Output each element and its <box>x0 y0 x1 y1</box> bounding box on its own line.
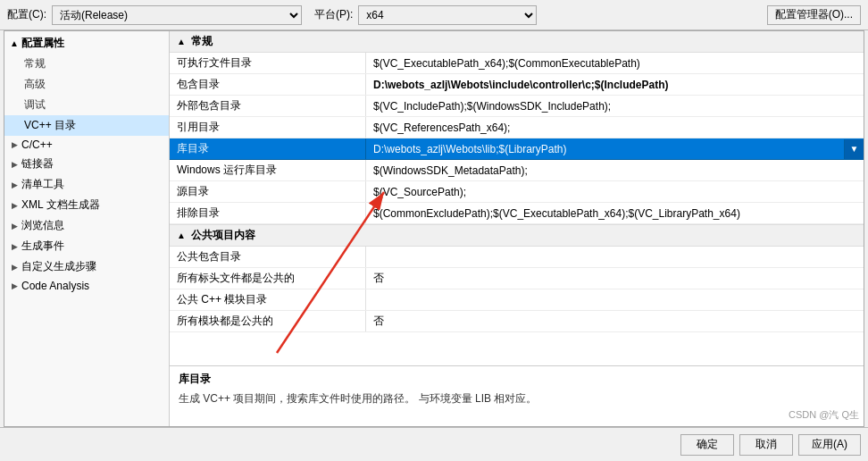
section-general-header[interactable]: ▲ 常规 <box>170 31 864 53</box>
prop-name-public-module: 公共 C++ 模块目录 <box>170 289 366 310</box>
sidebar-item-general[interactable]: 常规 <box>4 54 169 74</box>
prop-value-public-module <box>366 298 864 303</box>
prop-value-public-include <box>366 255 864 260</box>
row-ref-dir: 引用目录 $(VC_ReferencesPath_x64); <box>170 117 864 138</box>
sidebar-item-browse[interactable]: ▶浏览信息 <box>4 215 169 236</box>
prop-name-lib: 库目录 <box>170 138 366 159</box>
prop-name-src: 源目录 <box>170 181 366 202</box>
ok-button[interactable]: 确定 <box>680 434 734 456</box>
prop-value-exclude: $(CommonExcludePath);$(VC_ExecutablePath… <box>366 205 864 222</box>
config-select[interactable]: 活动(Release) <box>52 5 302 25</box>
sidebar-item-advanced[interactable]: 高级 <box>4 74 169 95</box>
sidebar-root[interactable]: ▲ 配置属性 <box>4 33 169 54</box>
prop-value-include: D:\webots_azlj\Webots\include\controller… <box>366 76 864 94</box>
right-panel: ▲ 常规 可执行文件目录 $(VC_ExecutablePath_x64);$(… <box>170 31 864 426</box>
platform-select[interactable]: x64 <box>358 5 537 25</box>
cancel-button[interactable]: 取消 <box>739 434 793 456</box>
description-panel: 库目录 生成 VC++ 项目期间，搜索库文件时使用的路径。 与环境变量 LIB … <box>170 365 864 426</box>
sidebar-item-linker[interactable]: ▶链接器 <box>4 154 169 174</box>
sidebar-item-manifest[interactable]: ▶清单工具 <box>4 174 169 195</box>
platform-label: 平台(P): <box>314 7 353 22</box>
desc-text: 生成 VC++ 项目期间，搜索库文件时使用的路径。 与环境变量 LIB 相对应。 <box>179 390 855 407</box>
apply-button[interactable]: 应用(A) <box>798 434 861 456</box>
prop-name-ref: 引用目录 <box>170 117 366 138</box>
prop-name-public-include: 公共包含目录 <box>170 247 366 267</box>
sidebar-item-build-events[interactable]: ▶生成事件 <box>4 236 169 256</box>
prop-name-all-modules: 所有模块都是公共的 <box>170 311 366 331</box>
prop-name-all-headers: 所有标头文件都是公共的 <box>170 268 366 289</box>
bottom-bar: 确定 取消 应用(A) <box>0 427 868 461</box>
row-executable-dir: 可执行文件目录 $(VC_ExecutablePath_x64);$(Commo… <box>170 53 864 74</box>
prop-name-ext-include: 外部包含目录 <box>170 96 366 116</box>
prop-value-all-modules: 否 <box>366 311 864 331</box>
prop-value-ref: $(VC_ReferencesPath_x64); <box>366 119 864 137</box>
prop-name-executable: 可执行文件目录 <box>170 53 366 73</box>
row-all-headers-public: 所有标头文件都是公共的 否 <box>170 268 864 289</box>
prop-name-exclude: 排除目录 <box>170 203 366 223</box>
config-label: 配置(C): <box>7 7 46 22</box>
section-public-header[interactable]: ▲ 公共项目内容 <box>170 224 864 247</box>
prop-value-src: $(VC_SourcePath); <box>366 183 864 201</box>
watermark: CSDN @汽 Q生 <box>789 408 859 422</box>
row-src-dir: 源目录 $(VC_SourcePath); <box>170 181 864 203</box>
prop-value-lib: D:\webots_azlj\Webots\lib;$(LibraryPath) <box>366 140 844 158</box>
row-winrt-dir: Windows 运行库目录 $(WindowsSDK_MetadataPath)… <box>170 160 864 181</box>
row-lib-dir[interactable]: 库目录 D:\webots_azlj\Webots\lib;$(LibraryP… <box>170 138 864 160</box>
prop-value-winrt: $(WindowsSDK_MetadataPath); <box>366 162 864 180</box>
row-ext-include-dir: 外部包含目录 $(VC_IncludePath);$(WindowsSDK_In… <box>170 96 864 117</box>
sidebar-item-debug[interactable]: 调试 <box>4 95 169 115</box>
sidebar-item-code-analysis[interactable]: ▶Code Analysis <box>4 277 169 295</box>
sidebar-item-custom-build[interactable]: ▶自定义生成步骤 <box>4 256 169 277</box>
sidebar: ▲ 配置属性 常规 高级 调试 VC++ 目录 ▶C/C++ ▶链接器 ▶清单工… <box>4 31 170 426</box>
lib-dir-dropdown[interactable]: ▼ <box>844 139 864 159</box>
top-bar: 配置(C): 活动(Release) 平台(P): x64 配置管理器(O)..… <box>0 0 868 30</box>
main-panel: ▲ 配置属性 常规 高级 调试 VC++ 目录 ▶C/C++ ▶链接器 ▶清单工… <box>4 30 864 427</box>
property-table: ▲ 常规 可执行文件目录 $(VC_ExecutablePath_x64);$(… <box>170 31 864 365</box>
sidebar-item-cpp[interactable]: ▶C/C++ <box>4 136 169 154</box>
row-exclude-dir: 排除目录 $(CommonExcludePath);$(VC_Executabl… <box>170 203 864 224</box>
row-include-dir: 包含目录 D:\webots_azlj\Webots\include\contr… <box>170 74 864 96</box>
row-public-include: 公共包含目录 <box>170 247 864 268</box>
desc-title: 库目录 <box>179 372 855 387</box>
sidebar-item-vcpp-dirs[interactable]: VC++ 目录 <box>4 115 169 136</box>
row-all-modules-public: 所有模块都是公共的 否 <box>170 311 864 332</box>
config-manager-btn[interactable]: 配置管理器(O)... <box>767 5 861 25</box>
prop-name-winrt: Windows 运行库目录 <box>170 160 366 180</box>
prop-value-ext-include: $(VC_IncludePath);$(WindowsSDK_IncludePa… <box>366 97 864 115</box>
prop-value-executable: $(VC_ExecutablePath_x64);$(CommonExecuta… <box>366 54 864 72</box>
row-public-module: 公共 C++ 模块目录 <box>170 289 864 311</box>
sidebar-item-xml-doc[interactable]: ▶XML 文档生成器 <box>4 195 169 215</box>
prop-name-include: 包含目录 <box>170 74 366 95</box>
prop-value-all-headers: 否 <box>366 268 864 289</box>
